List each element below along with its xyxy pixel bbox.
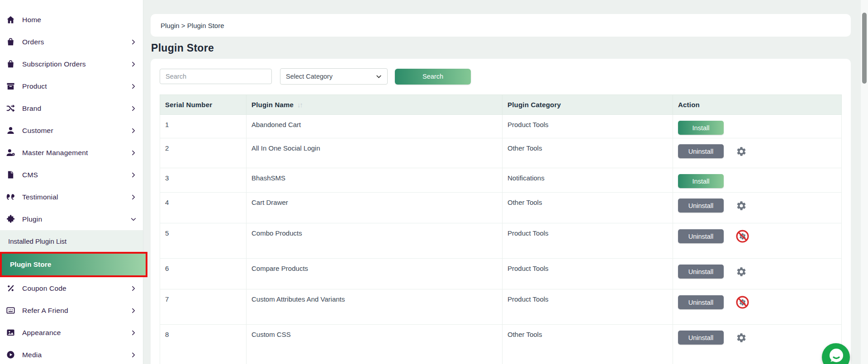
sidebar-item-label: Coupon Code bbox=[22, 284, 66, 293]
sidebar-item-label: Plugin bbox=[22, 215, 42, 223]
scrollbar-thumb[interactable] bbox=[862, 13, 867, 84]
sidebar-item-master-management[interactable]: Master Management bbox=[0, 142, 143, 164]
page-title: Plugin Store bbox=[151, 42, 868, 54]
action-cell: Uninstall bbox=[673, 138, 842, 168]
uninstall-button[interactable]: Uninstall bbox=[678, 331, 724, 345]
image-icon bbox=[6, 328, 15, 337]
uninstall-button[interactable]: Uninstall bbox=[678, 144, 724, 158]
chat-bubble-icon bbox=[822, 343, 850, 364]
category-select-value: Select Category bbox=[286, 73, 332, 80]
plugin-category-cell: Other Tools bbox=[503, 193, 673, 223]
person-icon bbox=[6, 126, 15, 135]
box-icon bbox=[6, 81, 15, 91]
sort-arrows-icon[interactable]: ↓↑ bbox=[297, 101, 302, 109]
column-header-label: Serial Number bbox=[165, 101, 212, 109]
sidebar-item-plugin[interactable]: Plugin bbox=[0, 208, 143, 230]
plugin-name-cell: All In One Social Login bbox=[247, 138, 503, 168]
plugin-category-cell: Notifications bbox=[503, 168, 673, 193]
sidebar-subitem-plugin-store[interactable]: Plugin Store bbox=[2, 254, 146, 275]
chevron-right-icon bbox=[130, 330, 137, 336]
plugin-name-cell: Abandoned Cart bbox=[247, 115, 503, 138]
uninstall-button[interactable]: Uninstall bbox=[678, 295, 724, 309]
column-header-plugin-category: Plugin Category bbox=[503, 95, 673, 115]
quote-icon bbox=[6, 192, 15, 202]
sidebar-item-brand[interactable]: Brand bbox=[0, 97, 143, 119]
sidebar-item-label: Testimonial bbox=[22, 193, 58, 201]
plugin-name-cell: Custom Attributes And Variants bbox=[247, 289, 503, 325]
uninstall-button[interactable]: Uninstall bbox=[678, 199, 724, 213]
table-row: 1Abandoned CartProduct ToolsInstall bbox=[160, 115, 842, 138]
serial-number-cell: 1 bbox=[160, 115, 247, 138]
percent-icon bbox=[6, 284, 15, 293]
sidebar-item-product[interactable]: Product bbox=[0, 75, 143, 97]
shuffle-icon bbox=[6, 104, 15, 113]
plugin-name-cell: Compare Products bbox=[247, 259, 503, 289]
settings-gear-icon[interactable] bbox=[736, 200, 747, 211]
scrollbar-track[interactable] bbox=[861, 0, 868, 364]
chevron-right-icon bbox=[130, 105, 137, 112]
column-header-serial-number: Serial Number bbox=[160, 95, 247, 115]
sidebar-item-testimonial[interactable]: Testimonial bbox=[0, 186, 143, 208]
search-input[interactable] bbox=[160, 69, 272, 84]
plugin-store-card: Select Category Search Serial NumberPlug… bbox=[151, 59, 851, 364]
chevron-down-icon bbox=[376, 74, 382, 80]
sidebar-item-customer[interactable]: Customer bbox=[0, 119, 143, 142]
search-button[interactable]: Search bbox=[395, 69, 471, 85]
column-header-plugin-name[interactable]: Plugin Name↓↑ bbox=[247, 95, 503, 115]
category-select[interactable]: Select Category bbox=[280, 68, 388, 85]
sidebar-item-label: Subscription Orders bbox=[22, 60, 86, 68]
sidebar-item-cms[interactable]: CMS bbox=[0, 164, 143, 186]
puzzle-icon bbox=[6, 214, 15, 224]
action-cell: Uninstall bbox=[673, 289, 842, 325]
chevron-right-icon bbox=[130, 352, 137, 358]
sidebar-item-home[interactable]: Home bbox=[0, 9, 143, 31]
chevron-right-icon bbox=[130, 172, 137, 178]
sidebar-item-orders[interactable]: Orders bbox=[0, 31, 143, 53]
settings-gear-icon[interactable] bbox=[736, 266, 747, 277]
sidebar-item-label: Orders bbox=[22, 38, 44, 46]
plugin-name-cell: BhashSMS bbox=[247, 168, 503, 193]
plugin-name-cell: Custom CSS bbox=[247, 325, 503, 364]
sidebar-subitem-installed-plugin-list[interactable]: Installed Plugin List bbox=[0, 230, 143, 252]
chevron-right-icon bbox=[130, 39, 137, 45]
settings-gear-icon[interactable] bbox=[736, 146, 747, 157]
sidebar-item-refer-a-friend[interactable]: Refer A Friend bbox=[0, 299, 143, 321]
plugin-table: Serial NumberPlugin Name↓↑Plugin Categor… bbox=[160, 95, 842, 364]
chevron-down-icon bbox=[130, 216, 137, 222]
chevron-right-icon bbox=[130, 150, 137, 156]
serial-number-cell: 6 bbox=[160, 259, 247, 289]
bag-icon bbox=[6, 59, 15, 69]
uninstall-button[interactable]: Uninstall bbox=[678, 229, 724, 243]
table-row: 5Combo ProductsProduct ToolsUninstall bbox=[160, 223, 842, 259]
sidebar: HomeOrdersSubscription OrdersProductBran… bbox=[0, 0, 143, 364]
table-row: 6Compare ProductsProduct ToolsUninstall bbox=[160, 259, 842, 289]
sidebar-item-subscription-orders[interactable]: Subscription Orders bbox=[0, 53, 143, 75]
breadcrumb-text: Plugin > Plugin Store bbox=[161, 22, 224, 29]
column-header-action: Action bbox=[673, 95, 842, 115]
serial-number-cell: 8 bbox=[160, 325, 247, 364]
action-cell: Uninstall bbox=[673, 325, 842, 364]
column-header-label: Action bbox=[678, 101, 700, 109]
settings-disabled-icon[interactable] bbox=[736, 230, 749, 243]
file-icon bbox=[6, 170, 15, 180]
install-button[interactable]: Install bbox=[678, 174, 724, 188]
sidebar-item-label: Master Management bbox=[22, 149, 88, 157]
table-row: 2All In One Social LoginOther ToolsUnins… bbox=[160, 138, 842, 168]
sidebar-item-label: Home bbox=[22, 16, 41, 24]
settings-disabled-icon[interactable] bbox=[736, 296, 749, 309]
settings-gear-icon[interactable] bbox=[736, 332, 747, 343]
sidebar-item-label: Brand bbox=[22, 104, 41, 113]
breadcrumb: Plugin > Plugin Store bbox=[151, 14, 851, 37]
uninstall-button[interactable]: Uninstall bbox=[678, 265, 724, 279]
chevron-right-icon bbox=[130, 83, 137, 90]
sidebar-item-media[interactable]: Media bbox=[0, 344, 143, 364]
sidebar-subitem-label: Installed Plugin List bbox=[8, 237, 66, 245]
chevron-right-icon bbox=[130, 128, 137, 134]
table-row: 4Cart DrawerOther ToolsUninstall bbox=[160, 193, 842, 223]
sidebar-item-appearance[interactable]: Appearance bbox=[0, 321, 143, 344]
plugin-category-cell: Product Tools bbox=[503, 289, 673, 325]
sidebar-item-label: Appearance bbox=[22, 329, 61, 337]
sidebar-item-coupon-code[interactable]: Coupon Code bbox=[0, 277, 143, 299]
chat-widget-button[interactable] bbox=[822, 343, 850, 364]
install-button[interactable]: Install bbox=[678, 121, 724, 135]
